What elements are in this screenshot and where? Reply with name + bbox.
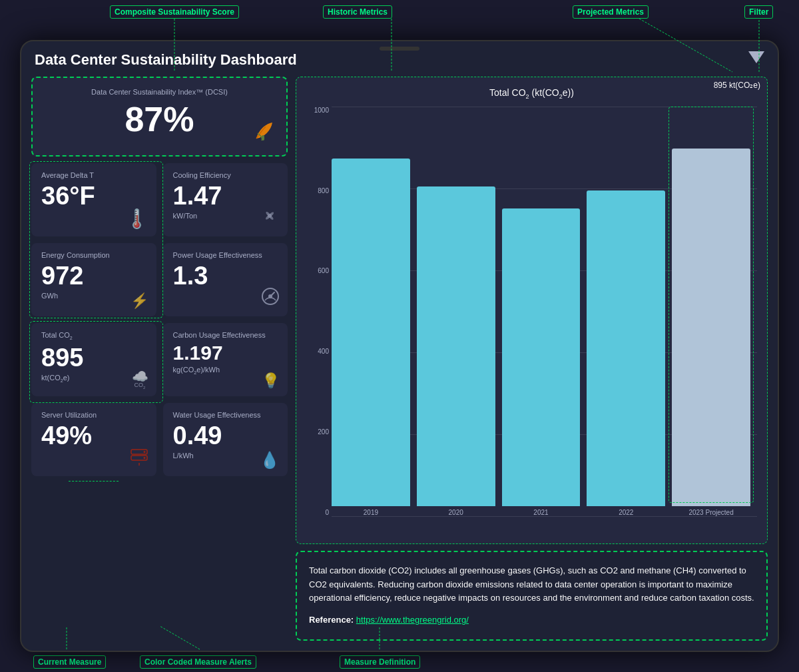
- bar-label-2021: 2021: [533, 509, 548, 516]
- bar-group-2023: 2023 Projected: [672, 107, 750, 516]
- y-axis: 1000 800 600 400 200 0: [306, 107, 332, 516]
- dashboard-body: Data Center Sustainability Index™ (DCSI)…: [31, 77, 768, 641]
- gauge-icon: [261, 287, 280, 310]
- bar-2020: [417, 186, 495, 506]
- y-label-0: 0: [325, 509, 329, 516]
- y-label-600: 600: [318, 267, 329, 274]
- avg-delta-t-card: Average Delta T 36°F 🌡️: [31, 163, 156, 236]
- cue-label: Carbon Usage Effectiveness: [173, 331, 278, 339]
- y-label-400: 400: [318, 348, 329, 355]
- projected-value-label: 895 kt(CO₂e): [714, 81, 760, 90]
- bar-2022: [587, 190, 665, 506]
- cloud-icon: ☁️ CO2: [132, 368, 148, 390]
- server-utilization-card: Server Utilization 49%: [31, 403, 156, 476]
- annotation-filter: Filter: [744, 5, 773, 19]
- bar-2023-projected: [672, 149, 750, 506]
- annotation-composite: Composite Sustainability Score: [110, 5, 239, 19]
- avg-delta-t-value: 36°F: [41, 182, 146, 210]
- bulb-icon: 💡: [262, 372, 280, 390]
- wue-value: 0.49: [173, 422, 278, 450]
- bar-label-2023: 2023 Projected: [688, 509, 733, 516]
- description-text: Total carbon dioxide (CO2) includes all …: [309, 564, 754, 605]
- thermometer-icon: 🌡️: [125, 208, 148, 230]
- metrics-grid-bottom: Total CO2 895 kt(CO2e) ☁️ CO2 Carbon Usa…: [31, 323, 288, 476]
- server-utilization-value: 49%: [41, 422, 146, 450]
- metrics-grid-top: Average Delta T 36°F 🌡️ Cooling Efficien…: [31, 163, 288, 316]
- dashboard-frame: Data Center Sustainability Dashboard Dat…: [20, 40, 779, 652]
- dcsi-card: Data Center Sustainability Index™ (DCSI)…: [31, 77, 288, 157]
- dcsi-label: Data Center Sustainability Index™ (DCSI): [43, 88, 276, 96]
- annotation-measure-definition: Measure Definition: [340, 655, 420, 669]
- dashboard-content: Data Center Sustainability Dashboard Dat…: [21, 41, 778, 651]
- annotation-projected: Projected Metrics: [573, 5, 649, 19]
- energy-consumption-card: Energy Consumption 972 GWh ⚡: [31, 243, 156, 316]
- wue-label: Water Usage Effectiveness: [173, 411, 278, 419]
- pue-card: Power Usage Effectiveness 1.3: [163, 243, 288, 316]
- reference-paragraph: Reference: https://www.thegreengrid.org/: [309, 613, 754, 627]
- cooling-efficiency-card: Cooling Efficiency 1.47 kW/Ton: [163, 163, 288, 236]
- energy-consumption-value: 972: [41, 262, 146, 290]
- description-box: Total carbon dioxide (CO2) includes all …: [296, 551, 768, 641]
- cue-value: 1.197: [173, 342, 278, 364]
- bar-label-2019: 2019: [364, 509, 378, 516]
- fan-icon: [260, 206, 280, 230]
- power-button: [778, 61, 779, 88]
- server-utilization-label: Server Utilization: [41, 411, 146, 419]
- bar-2021: [502, 208, 581, 506]
- server-icon: [130, 447, 148, 470]
- bar-group-2022: 2022: [587, 107, 665, 516]
- pue-value: 1.3: [173, 262, 278, 290]
- reference-url[interactable]: https://www.thegreengrid.org/: [356, 615, 469, 625]
- total-co2-value: 895: [41, 344, 146, 372]
- annotation-color-coded: Color Coded Measure Alerts: [140, 655, 256, 669]
- annotation-historic: Historic Metrics: [323, 5, 392, 19]
- wue-card: Water Usage Effectiveness 0.49 L/kWh 💧: [163, 403, 288, 476]
- avg-delta-t-label: Average Delta T: [41, 171, 146, 179]
- cooling-efficiency-label: Cooling Efficiency: [173, 171, 278, 179]
- reference-label: Reference:: [309, 615, 354, 625]
- bar-label-2020: 2020: [449, 509, 463, 516]
- lightning-icon: ⚡: [131, 292, 148, 310]
- chart-title: Total CO2 (kt(CO2e)): [306, 87, 757, 100]
- total-co2-card: Total CO2 895 kt(CO2e) ☁️ CO2: [31, 323, 156, 396]
- y-label-1000: 1000: [314, 107, 329, 114]
- droplet-icon: 💧: [260, 451, 280, 470]
- left-column: Data Center Sustainability Index™ (DCSI)…: [31, 77, 288, 641]
- right-column: Total CO2 (kt(CO2e)) 895 kt(CO₂e) 1000 8…: [296, 77, 768, 641]
- svg-point-14: [143, 451, 145, 453]
- bars-container: 2019 2020: [332, 107, 750, 516]
- chart-area: 1000 800 600 400 200 0: [306, 107, 757, 529]
- dcsi-icon: [251, 119, 276, 149]
- dcsi-value: 87%: [43, 99, 276, 139]
- bar-group-2021: 2021: [502, 107, 581, 516]
- bar-group-2019: 2019: [332, 107, 410, 516]
- svg-line-11: [270, 292, 274, 296]
- energy-consumption-label: Energy Consumption: [41, 251, 146, 259]
- pue-label: Power Usage Effectiveness: [173, 251, 278, 259]
- chart-container: Total CO2 (kt(CO2e)) 895 kt(CO₂e) 1000 8…: [296, 77, 768, 544]
- bar-group-2020: 2020: [417, 107, 495, 516]
- annotation-current: Current Measure: [33, 655, 106, 669]
- dashboard-title: Data Center Sustainability Dashboard: [31, 51, 768, 69]
- bar-label-2022: 2022: [619, 509, 633, 516]
- bar-2019: [332, 159, 410, 506]
- total-co2-unit: kt(CO2e): [41, 374, 146, 384]
- total-co2-label: Total CO2: [41, 331, 146, 341]
- y-label-800: 800: [318, 187, 329, 194]
- y-label-200: 200: [318, 428, 329, 436]
- cue-card: Carbon Usage Effectiveness 1.197 kg(CO2e…: [163, 323, 288, 396]
- svg-point-15: [143, 457, 145, 459]
